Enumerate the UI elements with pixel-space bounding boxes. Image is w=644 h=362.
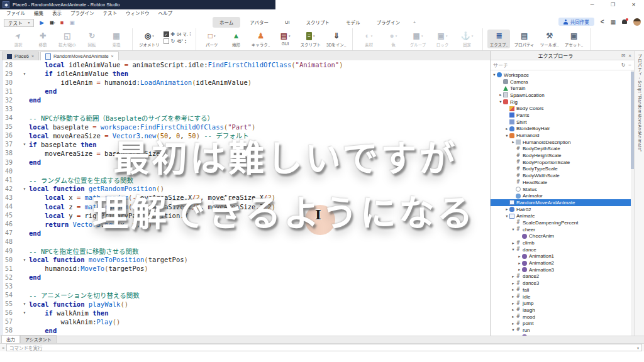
menu-item-0[interactable]: ファイル bbox=[6, 9, 25, 16]
terrain-button[interactable]: ▲地形 bbox=[225, 30, 248, 48]
tree-item[interactable]: Animator bbox=[491, 192, 634, 199]
menu-item-3[interactable]: プラグイン bbox=[70, 9, 94, 16]
chevron-closed-icon[interactable]: ▸ bbox=[498, 92, 503, 97]
move-snap-stepper[interactable]: ▴▾ bbox=[190, 31, 191, 36]
tree-item[interactable]: #BodyHeightScale bbox=[491, 152, 634, 159]
chevron-closed-icon[interactable]: ▸ bbox=[511, 241, 516, 246]
fold-arrow-icon[interactable]: ▾ bbox=[20, 301, 29, 307]
command-input[interactable]: コマンドを実行 ▾ bbox=[6, 344, 642, 351]
tree-item[interactable]: ▸#climb bbox=[491, 239, 634, 246]
tree-item[interactable]: ▾#run bbox=[491, 327, 634, 334]
document-tab-1[interactable]: RandomMoveAndAnimate× bbox=[40, 52, 119, 60]
tree-item[interactable]: RandomMoveAndAnimate bbox=[491, 199, 634, 206]
tree-item[interactable]: ▸#idle bbox=[491, 293, 634, 300]
tree-item[interactable]: ▸Hair02 bbox=[491, 206, 634, 213]
record-button[interactable]: ▣ bbox=[69, 18, 75, 28]
chevron-closed-icon[interactable]: ▸ bbox=[511, 307, 516, 312]
popout-icon[interactable]: ⊡ bbox=[621, 53, 626, 58]
tree-item[interactable]: ▾Workspace bbox=[491, 72, 634, 79]
cursor-button[interactable]: ➤選択 bbox=[7, 30, 30, 48]
ribbon-tab-3[interactable]: スクリプト bbox=[299, 17, 336, 28]
tree-item[interactable]: ▸Animation1 bbox=[491, 253, 634, 260]
tree-item[interactable]: Terrain bbox=[491, 85, 634, 92]
pause-button[interactable]: ▮▮ ▾ bbox=[50, 18, 55, 28]
chevron-closed-icon[interactable]: ▸ bbox=[511, 321, 516, 326]
tree-item[interactable]: ▸#dance3 bbox=[491, 280, 634, 287]
move-snap-checkbox[interactable]: ✓ bbox=[164, 31, 169, 37]
chevron-closed-icon[interactable]: ▸ bbox=[511, 287, 516, 292]
close-icon[interactable]: × bbox=[31, 54, 34, 58]
close-icon[interactable]: × bbox=[628, 53, 631, 58]
menu-item-1[interactable]: 編集 bbox=[34, 9, 43, 16]
fold-arrow-icon[interactable]: ▾ bbox=[20, 257, 29, 263]
chevron-open-icon[interactable]: ▾ bbox=[492, 72, 497, 77]
ribbon-tab-4[interactable]: モデル bbox=[339, 17, 367, 28]
scale-button[interactable]: ◱拡大/縮小 bbox=[56, 30, 79, 48]
ribbon-tab-5[interactable]: プラグイン bbox=[369, 17, 407, 28]
script-button[interactable]: ≡▾スクリプト bbox=[299, 30, 323, 48]
chevron-open-icon[interactable]: ▾ bbox=[498, 99, 503, 104]
toolbox-button[interactable]: ⚒ツールボ.. bbox=[538, 30, 561, 48]
rotate-snap-value[interactable]: 45° bbox=[177, 39, 183, 43]
chevron-closed-icon[interactable]: ▸ bbox=[504, 207, 509, 212]
tree-item[interactable]: ▸#point bbox=[491, 320, 634, 327]
character-button[interactable]: ♟キャラク.. bbox=[250, 30, 272, 48]
tree-item[interactable]: #HeadScale bbox=[491, 179, 634, 186]
tree-item[interactable]: #BodyTypeScale bbox=[491, 166, 634, 173]
chevron-open-icon[interactable]: ▾ bbox=[511, 227, 516, 232]
chevron-open-icon[interactable]: ▾ bbox=[511, 327, 516, 332]
tree-item[interactable]: Body Colors bbox=[491, 105, 634, 112]
tree-item[interactable]: Pants bbox=[491, 112, 634, 119]
ribbon-pin-icon[interactable]: + bbox=[409, 18, 419, 26]
minimize-icon[interactable]: ─ bbox=[582, 2, 602, 8]
tree-item[interactable]: ▾Rig bbox=[491, 99, 634, 106]
move-button[interactable]: ✚移動 bbox=[31, 30, 54, 48]
close-icon[interactable]: × bbox=[111, 54, 114, 58]
tree-item[interactable]: #BodyWidthScale bbox=[491, 172, 634, 179]
tree-item[interactable]: ▸#jump bbox=[491, 300, 634, 307]
color-button[interactable]: ●▾色 bbox=[382, 30, 404, 48]
history-icon[interactable]: ↻ bbox=[621, 62, 626, 68]
maximize-icon[interactable]: ❐ bbox=[602, 2, 623, 8]
tree-item[interactable]: ▸#laugh bbox=[491, 307, 634, 314]
chevron-closed-icon[interactable]: ▸ bbox=[511, 281, 516, 286]
tree-item[interactable]: ▸#dance2 bbox=[491, 273, 634, 280]
tree-item[interactable]: ▸Animation2 bbox=[491, 260, 634, 266]
rotate-button[interactable]: ↻回転 bbox=[80, 30, 103, 48]
explorer-button[interactable]: ≣エクスプ.. bbox=[487, 30, 510, 48]
ribbon-tab-1[interactable]: アバター bbox=[243, 17, 275, 28]
rotate-snap-stepper[interactable]: ▴▾ bbox=[185, 39, 186, 44]
tree-item[interactable]: ▸BlondeBoyHair bbox=[491, 126, 634, 133]
part-button[interactable]: □▾パーツ bbox=[201, 30, 223, 48]
play-button[interactable]: ▶ bbox=[40, 18, 44, 28]
tree-item[interactable]: ▸#mood bbox=[491, 314, 634, 321]
chevron-closed-icon[interactable]: ▸ bbox=[511, 140, 516, 145]
ribbon-tab-2[interactable]: UI bbox=[278, 18, 297, 27]
transform-button[interactable]: ▦変換 bbox=[105, 30, 128, 48]
properties-collapsed-tab[interactable]: プロパティ - Script "RandomMoveAndAnimate" bbox=[634, 51, 644, 337]
test-mode-dropdown[interactable]: テスト ▾ bbox=[4, 19, 34, 27]
chevron-down-icon[interactable]: ▾ bbox=[637, 346, 639, 350]
fold-arrow-icon[interactable]: ▾ bbox=[20, 186, 29, 192]
tree-item[interactable]: ▸#fall bbox=[491, 287, 634, 293]
chevron-closed-icon[interactable]: ▸ bbox=[511, 274, 516, 279]
user-avatar[interactable] bbox=[633, 18, 641, 26]
fold-arrow-icon[interactable]: ▾ bbox=[20, 310, 29, 315]
tree-item[interactable]: Status bbox=[491, 186, 634, 193]
explorer-search-box[interactable]: サーチ ↻ − bbox=[491, 60, 634, 70]
chevron-open-icon[interactable]: ▾ bbox=[504, 133, 509, 138]
fold-arrow-icon[interactable]: ▾ bbox=[20, 141, 29, 147]
collapse-all-icon[interactable]: − bbox=[628, 62, 631, 68]
chevron-closed-icon[interactable]: ▸ bbox=[517, 254, 522, 259]
close-icon[interactable]: ✕ bbox=[623, 2, 644, 8]
chevron-closed-icon[interactable]: ▸ bbox=[517, 267, 522, 272]
tree-item[interactable]: ▸HumanoidDescription bbox=[491, 139, 634, 146]
material-button[interactable]: ◐▾素材 bbox=[357, 30, 380, 48]
import3d-button[interactable]: ⇓3Dをイン.. bbox=[325, 30, 348, 48]
collaborate-button[interactable]: 共同作業 bbox=[558, 18, 594, 26]
anchor-button[interactable]: ⚓▾固定 bbox=[455, 30, 478, 48]
chevron-closed-icon[interactable]: ▸ bbox=[511, 301, 516, 306]
fold-arrow-icon[interactable]: ▾ bbox=[20, 71, 29, 77]
rotate-snap-checkbox[interactable] bbox=[164, 38, 169, 44]
tree-item[interactable]: ▾#cheer bbox=[491, 226, 634, 233]
